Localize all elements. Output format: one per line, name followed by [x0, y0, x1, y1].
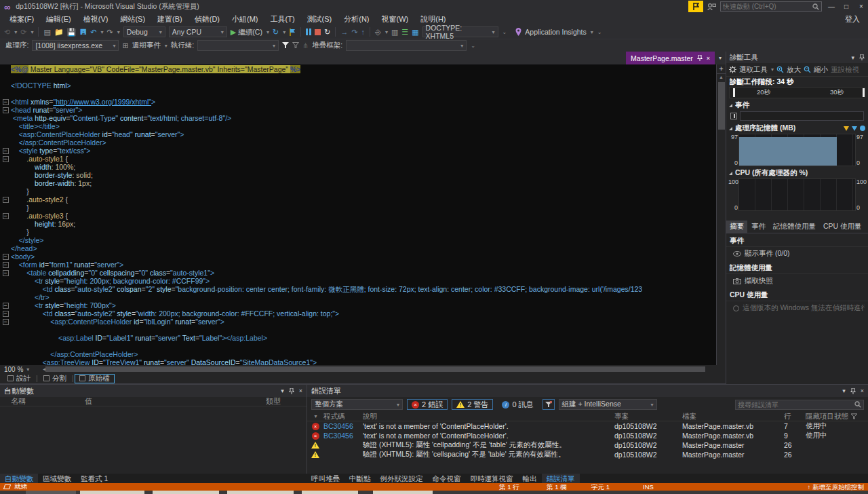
scroll-up-icon[interactable]: ▲ [717, 74, 726, 81]
events-section-header[interactable]: 事件 [726, 98, 868, 111]
column-header[interactable]: 類型 [266, 396, 307, 406]
build-intellisense-combo[interactable]: 組建 + IntelliSense▾ [559, 399, 657, 410]
quick-launch-input[interactable] [723, 3, 812, 10]
step-over-icon[interactable]: ↷ [351, 28, 357, 36]
attach-icon[interactable]: ⎆ [375, 28, 381, 36]
bottom-tab-即時運算視窗[interactable]: 即時運算視窗 [466, 474, 518, 484]
code-line[interactable]: </asp:ContentPlaceHolder> [0, 350, 716, 358]
memory-section-header[interactable]: 處理序記憶體 (MB) [726, 121, 868, 134]
vertical-scroll-thumb[interactable] [718, 82, 725, 130]
step-into-icon[interactable]: → [340, 28, 348, 36]
new-file-icon[interactable]: ▤ [43, 28, 50, 36]
taskbar-item[interactable] [80, 491, 144, 494]
fold-marker[interactable]: − [0, 98, 11, 106]
fold-marker[interactable]: − [0, 252, 11, 261]
toolbar-overflow-icon-2[interactable]: ⌄ [597, 29, 602, 35]
open-file-icon[interactable]: 📁 [54, 28, 64, 36]
code-line[interactable]: <asp:TreeView ID="TreeView1" runat="serv… [0, 358, 716, 365]
code-line[interactable] [0, 326, 716, 334]
taskbar-item[interactable] [302, 491, 358, 494]
bottom-tab-輸出[interactable]: 輸出 [518, 474, 542, 484]
fold-marker[interactable]: − [0, 147, 11, 155]
column-header[interactable]: 隱藏項目狀態 [806, 412, 868, 421]
scope-combo[interactable]: 整個方案▾ [311, 399, 403, 410]
menu-item[interactable]: 偵錯(D) [189, 14, 225, 25]
tab-list-dropdown-icon[interactable]: ▾ [715, 55, 726, 61]
reset-view-button[interactable]: 重設檢視 [831, 65, 859, 75]
warnings-filter-toggle[interactable]: 2 警告 [452, 399, 493, 410]
code-line[interactable]: − <style type="text/css"> [0, 147, 716, 155]
autos-body[interactable] [0, 406, 307, 474]
column-header[interactable]: 說明 [363, 412, 614, 421]
stop-debug-button[interactable] [315, 29, 321, 35]
code-line[interactable]: </head> [0, 244, 716, 252]
scroll-left-icon[interactable]: ▾ [41, 368, 47, 370]
code-line[interactable]: } [0, 228, 716, 236]
code-line[interactable]: height: 16px; [0, 220, 716, 228]
menu-item[interactable]: 工具(T) [265, 14, 300, 25]
error-code[interactable]: BC30456 [323, 432, 363, 440]
diag-tab-2[interactable]: 記憶體使用量 [770, 221, 819, 233]
window-position-icon[interactable]: ▾ [281, 387, 284, 394]
bottom-tab-錯誤清單[interactable]: 錯誤清單 [542, 474, 580, 484]
thread-combo[interactable]: ▾ [197, 40, 279, 51]
messages-filter-toggle[interactable]: i0 訊息 [497, 399, 538, 410]
fold-marker[interactable]: − [0, 261, 11, 269]
menu-item[interactable]: 檔案(F) [4, 14, 39, 25]
restart-button[interactable]: ↻ [324, 28, 330, 36]
redo-icon[interactable]: ↷ [107, 28, 113, 36]
code-line[interactable]: <meta http-equiv="Content-Type" content=… [0, 114, 716, 122]
window-position-icon[interactable]: ▾ [842, 387, 846, 394]
code-editor[interactable]: <%@ Master Language="VB" CodeFile="Maste… [0, 64, 716, 365]
code-line[interactable]: <asp:Label ID="Label1" runat="server" Te… [0, 334, 716, 342]
diag-tab-1[interactable]: 事件 [748, 221, 769, 233]
editor-vertical-scrollbar[interactable]: + ▲ [716, 64, 726, 365]
fold-marker[interactable]: − [0, 212, 11, 220]
window-position-icon[interactable]: ▾ [851, 54, 854, 61]
take-snapshot-link[interactable]: 擷取快照 [726, 274, 868, 288]
horizontal-scroll-thumb[interactable] [45, 366, 705, 372]
zoom-out-button[interactable]: 縮小 [814, 65, 828, 75]
toolbar-overflow-icon-3[interactable]: ⌄ [471, 43, 475, 49]
menu-item[interactable]: 分析(N) [338, 14, 374, 25]
code-line[interactable]: −<html xmlns="http://www.w3.org/1999/xht… [0, 98, 716, 106]
code-line[interactable]: <!DOCTYPE html> [0, 81, 716, 90]
code-line[interactable] [0, 73, 716, 81]
filter-funnel-icon[interactable] [851, 413, 857, 419]
column-header[interactable]: 值 [85, 396, 266, 406]
stack-frame-combo[interactable]: ▾ [346, 40, 467, 51]
bottom-tab-例外狀況設定[interactable]: 例外狀況設定 [376, 474, 428, 484]
column-header[interactable]: 行 [784, 412, 806, 421]
menu-item[interactable]: 建置(B) [152, 14, 188, 25]
code-line[interactable]: } [0, 204, 716, 212]
continue-button[interactable]: ▶ 繼續(C) [231, 28, 262, 36]
taskbar-item[interactable] [153, 491, 219, 494]
minimize-button[interactable]: — [826, 3, 837, 10]
fold-marker[interactable]: − [0, 195, 11, 204]
sign-in-link[interactable]: 登入 [845, 14, 860, 24]
code-line[interactable]: <title></title> [0, 122, 716, 130]
pin-icon[interactable] [697, 55, 703, 61]
code-line[interactable]: } [0, 187, 716, 195]
code-line[interactable]: width: 100%; [0, 163, 716, 171]
error-row[interactable]: 驗證 (XHTML5): 屬性 'cellspacing' 不是 'table'… [307, 450, 868, 459]
code-line[interactable]: − <asp:ContentPlaceHolder id="lblLogin" … [0, 318, 716, 326]
refresh-icon[interactable]: ↻ [273, 28, 279, 36]
diag-tab-3[interactable]: CPU 使用量 [820, 221, 865, 233]
feedback-person-icon[interactable] [707, 3, 716, 11]
menu-item[interactable]: 小組(M) [226, 14, 264, 25]
code-window-icon[interactable]: ▥ [391, 28, 398, 36]
code-line[interactable]: <td class="auto-style2" colspan="2" styl… [0, 285, 716, 293]
maximize-button[interactable]: □ [841, 3, 852, 10]
diagnostics-timeline[interactable]: 20秒 30秒 [729, 87, 865, 98]
toolbar-overflow-icon[interactable]: ⌄ [502, 29, 507, 35]
cpu-section-header[interactable]: CPU (所有處理器的 %) [726, 166, 868, 178]
feedback-flag-icon[interactable] [688, 1, 703, 12]
zoom-out-icon[interactable] [804, 66, 811, 73]
errors-filter-toggle[interactable]: ×2 錯誤 [407, 399, 448, 410]
code-line[interactable]: </tr> [0, 293, 716, 301]
fold-marker[interactable]: − [0, 309, 11, 318]
filter-button[interactable] [542, 399, 555, 410]
close-panel-icon[interactable]: × [299, 387, 302, 394]
code-line[interactable]: −<body> [0, 252, 716, 261]
